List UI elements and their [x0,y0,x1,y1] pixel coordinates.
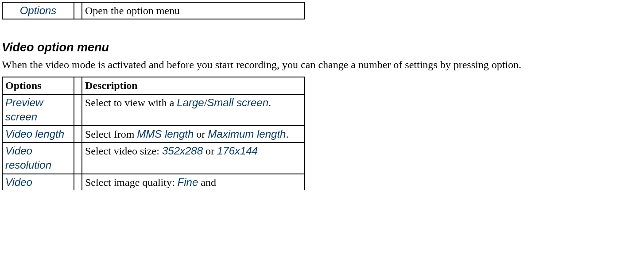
option-name: Video resolution [5,145,51,171]
desc-keyword: Small screen [207,96,268,108]
desc-text: . [268,97,271,108]
header-description: Description [82,77,304,94]
desc-text: Select image quality: [85,177,178,188]
option-name-cell: Preview screen [2,94,74,126]
option-label: Options [20,4,57,16]
desc-text: Select video size: [85,145,162,157]
desc-keyword: MMS length [137,128,194,140]
desc-text: or [194,128,208,140]
table-row: Preview screen Select to view with a Lar… [2,94,304,126]
spacer-cell [74,94,82,126]
table-header-row: Options Description [2,77,304,94]
option-desc-cell: Select from MMS length or Maximum length… [82,126,304,143]
desc-text: . [286,128,288,140]
intro-paragraph: When the video mode is activated and bef… [2,55,640,74]
option-desc-cell: Select to view with a Large/Small screen… [82,94,304,126]
option-desc-cell: Select video size: 352x288 or 176x144 [82,143,304,174]
option-name-cell: Video length [2,126,74,143]
top-options-row-table: Options Open the option menu [2,2,305,19]
spacer-cell [74,143,82,174]
table-row: Video length Select from MMS length or M… [2,126,304,143]
option-name-cell: Video [2,174,74,190]
desc-text: or [203,145,217,157]
option-name: Video [5,176,32,188]
option-name-cell: Video resolution [2,143,74,174]
section-heading: Video option menu [2,41,642,54]
top-desc-cell: Open the option menu [82,2,304,19]
option-name: Video length [5,128,64,140]
desc-text: Select from [85,128,137,140]
spacer-cell [74,174,82,190]
spacer-cell [74,126,82,143]
video-options-table: Options Description Preview screen Selec… [2,77,305,190]
table-row: Video Select image quality: Fine and [2,174,304,190]
desc-keyword: 352x288 [162,145,203,157]
desc-keyword: Fine [178,176,198,188]
top-option-cell: Options [2,2,74,19]
option-desc-cell: Select image quality: Fine and [82,174,304,190]
spacer-cell [74,77,82,94]
desc-keyword: Large [177,96,204,108]
option-name: Preview screen [5,96,43,123]
spacer-cell [74,2,82,19]
table-row: Video resolution Select video size: 352x… [2,143,304,174]
desc-text: Select to view with a [85,97,177,108]
desc-keyword: Maximum length [208,128,286,140]
desc-keyword: 176x144 [217,145,258,157]
table-row: Options Open the option menu [2,2,304,19]
intro-text-pt1: When the video mode is activated and bef… [2,59,492,70]
desc-text: and [198,177,216,188]
intro-text-pt2: option. [492,59,521,70]
header-options: Options [2,77,74,94]
